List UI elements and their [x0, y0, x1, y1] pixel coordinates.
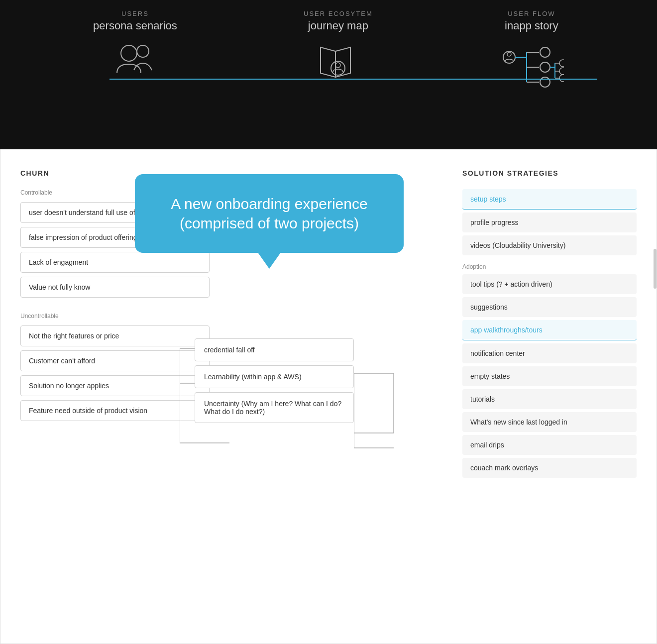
uncontrollable-label: Uncontrollable: [20, 313, 210, 320]
svg-point-1: [137, 45, 149, 57]
svg-point-21: [559, 75, 564, 82]
churn-item-5: Not the right features or price: [20, 325, 210, 346]
users-upper-label: USERS: [121, 10, 149, 17]
top-section: USERS persona senarios USER ECOSYTEM jou…: [0, 0, 657, 149]
solution-videos: videos (Cloudability University): [462, 235, 637, 255]
middle-item-2: Learnability (within app & AWS): [195, 365, 354, 388]
middle-item-3: Uncertainty (Why am I here? What can I d…: [195, 392, 354, 423]
solution-coachmark: couach mark overlays: [462, 458, 637, 478]
journey-upper-label: USER ECOSYTEM: [304, 10, 373, 17]
user-flow-column: USER FLOW inapp story: [499, 10, 564, 92]
flow-lower-label: inapp story: [505, 19, 558, 32]
svg-point-5: [335, 63, 340, 68]
solution-profile-progress: profile progress: [462, 213, 637, 232]
users-lower-label: persona senarios: [93, 19, 177, 32]
solution-whats-new: What's new since last logged in: [462, 412, 637, 432]
solution-header: SOLUTION STRATEGIES: [462, 169, 637, 177]
churn-item-4: Value not fully know: [20, 277, 210, 298]
solution-tutorials: tutorials: [462, 389, 637, 409]
solution-section: SOLUTION STRATEGIES setup steps profile …: [462, 169, 637, 481]
scrollbar[interactable]: [654, 249, 657, 289]
bottom-section: CHURN Controllable user doesn't understa…: [0, 149, 657, 644]
middle-item-1: credential fall off: [195, 338, 354, 361]
solution-notification-center: notification center: [462, 343, 637, 363]
churn-item-7: Solution no longer applies: [20, 375, 210, 396]
svg-point-0: [121, 45, 137, 61]
middle-section: credential fall off Learnability (within…: [195, 338, 354, 427]
solution-email-drips: email drips: [462, 435, 637, 455]
flow-upper-label: USER FLOW: [508, 10, 555, 17]
journey-map-column: USER ECOSYTEM journey map: [304, 10, 373, 87]
journey-lower-label: journey map: [308, 19, 368, 32]
svg-point-7: [507, 52, 511, 56]
churn-item-6: Customer can't afford: [20, 350, 210, 371]
users-icon: [115, 42, 155, 77]
adoption-label: Adoption: [462, 263, 637, 270]
svg-point-4: [331, 61, 345, 75]
svg-point-19: [559, 68, 564, 75]
solution-empty-states: empty states: [462, 366, 637, 386]
user-flow-icon: [499, 42, 564, 92]
svg-point-6: [503, 51, 515, 63]
journey-map-icon: [313, 42, 363, 87]
svg-point-11: [540, 47, 550, 57]
svg-point-13: [540, 62, 550, 72]
churn-item-8: Feature need outside of product vision: [20, 400, 210, 421]
connecting-line: [110, 79, 597, 80]
churn-item-3: Lack of engagment: [20, 252, 210, 273]
callout-bubble: A new onboarding experience (comprised o…: [135, 174, 404, 253]
right-connector-lines: [354, 358, 394, 458]
users-column: USERS persona senarios: [93, 10, 177, 77]
solution-suggestions: suggestions: [462, 297, 637, 317]
svg-point-17: [559, 60, 564, 67]
solution-setup-steps: setup steps: [462, 189, 637, 210]
solution-tooltips: tool tips (? + action driven): [462, 274, 637, 294]
solution-walkthroughs: app walkthroughs/tours: [462, 320, 637, 340]
callout-text: A new onboarding experience (comprised o…: [171, 196, 367, 231]
